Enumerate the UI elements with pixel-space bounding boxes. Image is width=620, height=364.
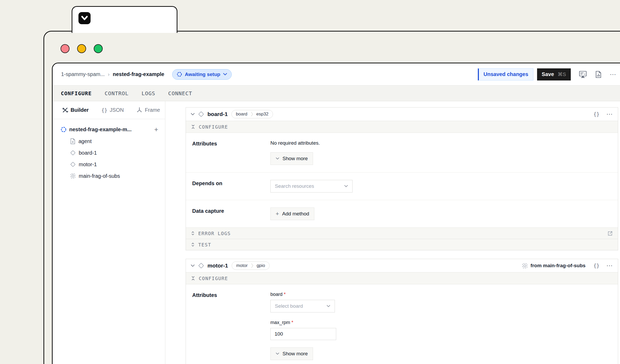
resource-type: motor — [233, 263, 251, 268]
header-actions: Unsaved changes Save ⌘S — [478, 68, 617, 80]
ellipsis-icon: ⋯ — [610, 71, 617, 78]
board-select[interactable]: Select board — [270, 300, 335, 312]
tree-item-motor-1[interactable]: motor-1 — [70, 159, 158, 170]
tab-configure[interactable]: CONFIGURE — [61, 90, 92, 97]
ellipsis-icon: ⋯ — [606, 262, 613, 269]
expand-vertical-icon — [191, 231, 195, 236]
collapse-card-button[interactable] — [191, 113, 195, 116]
open-in-new-icon[interactable] — [607, 231, 613, 236]
breadcrumb-location[interactable]: 1-spammy-spam... — [61, 71, 105, 77]
add-resource-button[interactable]: + — [154, 126, 158, 133]
configure-section-bar[interactable]: CONFIGURE — [186, 272, 618, 284]
attributes-row: Attributes No required attributes. Show … — [186, 133, 618, 172]
minimize-window-button[interactable] — [77, 44, 86, 53]
fragment-icon — [70, 173, 76, 179]
tree-item-label: board-1 — [79, 150, 97, 156]
resource-type: board — [233, 112, 250, 117]
tree-item-agent[interactable]: agent — [70, 135, 158, 147]
chevron-down-icon — [276, 157, 279, 160]
tree-item-label: motor-1 — [79, 161, 97, 168]
max-rpm-input[interactable] — [270, 328, 336, 340]
view-builder[interactable]: Builder — [62, 107, 89, 113]
add-method-button[interactable]: + Add method — [270, 208, 314, 220]
section-label: CONFIGURE — [199, 276, 228, 281]
collapse-card-button[interactable] — [191, 264, 195, 267]
configure-section-bar[interactable]: CONFIGURE — [186, 121, 618, 133]
resources-sidebar: Builder {} JSON — [53, 101, 165, 364]
card-header-actions: from main-frag-of-subs {} ⋯ — [522, 262, 613, 269]
status-badge-label: Awaiting setup — [185, 72, 220, 77]
edit-json-button[interactable]: {} — [593, 111, 599, 117]
depends-on-label: Depends on — [192, 180, 270, 193]
braces-icon: {} — [101, 107, 107, 113]
machine-part-name: nested-frag-example-m... — [69, 127, 132, 133]
tab-logs[interactable]: LOGS — [142, 90, 155, 97]
plus-icon: + — [276, 211, 279, 217]
card-more-button[interactable]: ⋯ — [606, 111, 613, 117]
history-report-button[interactable] — [595, 70, 602, 78]
save-shortcut-hint: ⌘S — [558, 71, 566, 77]
machine-monitor-button[interactable] — [579, 70, 587, 78]
edit-json-button[interactable]: {} — [593, 263, 599, 269]
collapse-vertical-icon — [191, 124, 195, 129]
card-body: Attributes board* Select board — [186, 284, 618, 364]
tree-item-label: agent — [78, 138, 92, 144]
diamond-icon — [198, 111, 204, 117]
depends-on-select[interactable]: Search resources — [270, 180, 353, 193]
tab-connect[interactable]: CONNECT — [168, 90, 192, 97]
depends-on-row: Depends on Search resources — [186, 172, 618, 200]
card-header: motor-1 motor gpio — [186, 259, 618, 272]
braces-icon: {} — [593, 111, 599, 117]
required-marker: * — [284, 292, 286, 297]
maximize-window-button[interactable] — [94, 44, 103, 53]
card-more-button[interactable]: ⋯ — [606, 262, 613, 269]
card-header: board-1 board esp32 {} ⋯ — [186, 108, 618, 121]
close-window-button[interactable] — [61, 44, 70, 53]
view-builder-label: Builder — [71, 107, 89, 113]
section-label: TEST — [198, 242, 211, 247]
chevron-down-icon — [276, 352, 279, 355]
resource-type-pill: motor gpio — [232, 261, 270, 270]
pill-separator-icon — [251, 263, 254, 269]
tree-item-board-1[interactable]: board-1 — [70, 147, 158, 159]
browser-tab[interactable] — [72, 6, 177, 33]
expand-vertical-icon — [191, 242, 195, 247]
card-header-actions: {} ⋯ — [593, 111, 613, 117]
diamond-icon — [198, 262, 204, 269]
required-marker: * — [291, 320, 293, 325]
view-frame[interactable]: Frame — [136, 107, 160, 113]
machine-status-badge[interactable]: Awaiting setup — [172, 69, 232, 80]
unsaved-changes-button[interactable]: Unsaved changes — [478, 68, 533, 80]
attributes-row: Attributes board* Select board — [186, 284, 618, 364]
test-section-bar[interactable]: TEST — [186, 239, 618, 250]
save-button[interactable]: Save ⌘S — [537, 68, 571, 80]
diamond-icon — [70, 161, 76, 167]
frame-axes-icon — [136, 107, 142, 113]
view-json[interactable]: {} JSON — [101, 107, 124, 113]
fragment-source-label: from main-frag-of-subs — [530, 263, 586, 269]
file-icon — [70, 138, 76, 144]
attributes-label: Attributes — [192, 140, 270, 165]
show-more-button[interactable]: Show more — [270, 152, 313, 165]
tools-icon — [62, 107, 68, 113]
more-options-button[interactable]: ⋯ — [610, 71, 617, 78]
fragment-icon — [522, 263, 528, 269]
tree-item-main-frag-of-subs[interactable]: main-frag-of-subs — [70, 170, 158, 182]
ellipsis-icon: ⋯ — [606, 110, 613, 118]
chevron-down-icon — [344, 185, 348, 188]
show-more-button[interactable]: Show more — [270, 347, 313, 360]
resource-model: gpio — [254, 263, 268, 268]
section-label: CONFIGURE — [199, 124, 228, 130]
show-more-label: Show more — [282, 351, 308, 357]
tree-machine-part[interactable]: nested-frag-example-m... + — [61, 126, 158, 133]
resource-name: board-1 — [207, 111, 228, 117]
save-button-label: Save — [542, 71, 554, 77]
chevron-down-icon — [326, 305, 330, 307]
config-view-toggle: Builder {} JSON — [53, 101, 165, 119]
error-logs-section-bar[interactable]: ERROR LOGS — [186, 228, 618, 239]
tree-children: agent board-1 motor-1 — [70, 135, 158, 182]
document-chart-icon — [595, 70, 602, 78]
machine-header: 1-spammy-spam... › nested-frag-example A… — [53, 63, 620, 85]
data-capture-row: Data capture + Add method — [186, 200, 618, 228]
tab-control[interactable]: CONTROL — [105, 90, 128, 97]
